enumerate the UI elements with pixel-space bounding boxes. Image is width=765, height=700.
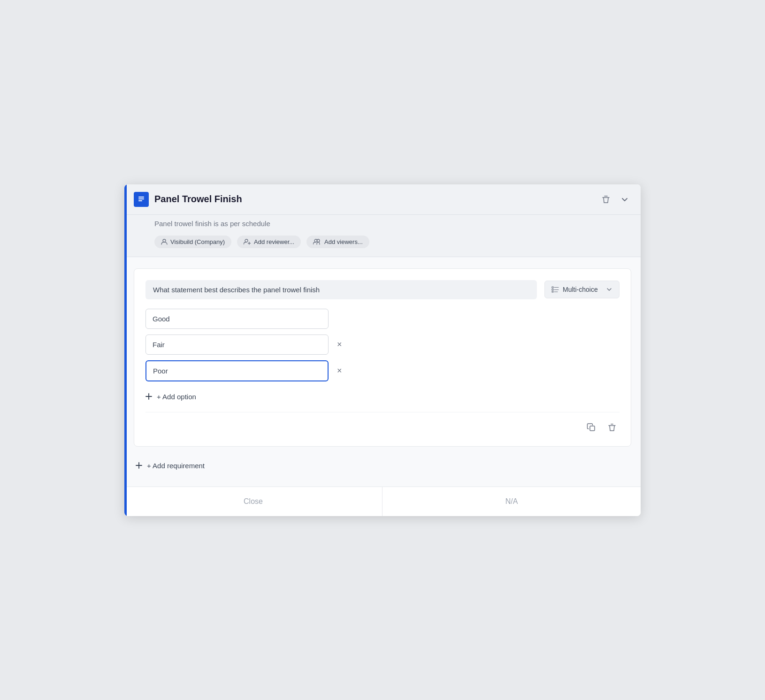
- add-reviewer-label: Add reviewer...: [254, 238, 294, 245]
- add-requirement-label: + Add requirement: [147, 462, 205, 470]
- assignee-company-label: Visibuild (Company): [170, 238, 225, 245]
- document-icon: [134, 192, 149, 207]
- add-option-button[interactable]: + Add option: [145, 389, 196, 404]
- na-button[interactable]: N/A: [382, 487, 641, 516]
- option-input-good[interactable]: [145, 309, 329, 329]
- copy-card-button[interactable]: [584, 420, 599, 435]
- add-requirement-button[interactable]: + Add requirement: [136, 462, 205, 470]
- option-input-poor[interactable]: [145, 360, 329, 381]
- question-header: What statement best describes the panel …: [145, 280, 620, 299]
- delete-card-button[interactable]: [604, 420, 620, 435]
- svg-point-4: [245, 239, 248, 242]
- option-row: [145, 309, 620, 329]
- svg-rect-0: [138, 197, 144, 198]
- svg-rect-1: [138, 198, 144, 199]
- option-row: ×: [145, 335, 620, 355]
- add-viewers-label: Add viewers...: [324, 238, 363, 245]
- options-list: × ×: [145, 309, 620, 381]
- svg-rect-13: [590, 426, 595, 431]
- remove-option-poor-button[interactable]: ×: [333, 364, 346, 378]
- remove-option-fair-button[interactable]: ×: [333, 338, 346, 351]
- svg-rect-8: [552, 289, 553, 290]
- svg-rect-2: [138, 200, 142, 201]
- card-footer: [145, 412, 620, 435]
- modal-footer: Close N/A: [124, 487, 641, 516]
- modal-body: What statement best describes the panel …: [124, 257, 641, 487]
- assignees-row: Visibuild (Company) Add reviewer... Add …: [124, 236, 641, 257]
- assignee-company-chip[interactable]: Visibuild (Company): [154, 236, 231, 248]
- delete-header-button[interactable]: [599, 193, 612, 206]
- add-reviewer-chip[interactable]: Add reviewer...: [237, 236, 301, 248]
- question-text: What statement best describes the panel …: [145, 280, 537, 299]
- svg-rect-7: [552, 287, 553, 288]
- modal-header: Panel Trowel Finish: [124, 184, 641, 215]
- description-row: Panel trowel finish is as per schedule: [124, 215, 641, 236]
- add-option-label: + Add option: [157, 393, 196, 401]
- add-viewers-chip[interactable]: Add viewers...: [306, 236, 369, 248]
- add-requirement-row: + Add requirement: [134, 456, 631, 475]
- question-card: What statement best describes the panel …: [134, 268, 631, 447]
- option-input-fair[interactable]: [145, 335, 329, 355]
- question-type-label: Multi-choice: [563, 286, 598, 293]
- close-button[interactable]: Close: [124, 487, 382, 516]
- description-text: Panel trowel finish is as per schedule: [154, 220, 270, 228]
- modal-title: Panel Trowel Finish: [154, 194, 242, 205]
- collapse-button[interactable]: [618, 193, 631, 206]
- question-type-selector[interactable]: Multi-choice: [544, 281, 620, 298]
- svg-point-3: [163, 239, 166, 242]
- svg-rect-9: [552, 291, 553, 292]
- option-row: ×: [145, 360, 620, 381]
